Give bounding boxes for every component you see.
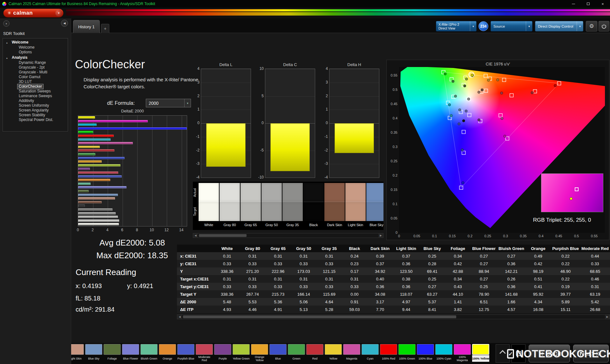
patch-swatch [122, 344, 139, 355]
table-cell: 0.17 [342, 267, 367, 275]
target-marker [499, 114, 502, 117]
patch-button-100-red[interactable]: 100% Red [380, 344, 397, 363]
sidebar-item-3d-lut[interactable]: 3D LUT [17, 79, 33, 84]
table-cell: 0.31 [580, 283, 610, 290]
sidebar-item-screen-stability[interactable]: Screen Stability [17, 113, 46, 118]
sidebar-home-button[interactable]: ● [3, 20, 10, 27]
settings-button[interactable]: ⚙ [586, 21, 597, 31]
patch-button-100-green[interactable]: 100% Green [398, 344, 416, 363]
tree-group-welcome[interactable]: ▴Welcome [3, 39, 68, 45]
patch-button-yellow[interactable]: Yellow [325, 344, 342, 363]
patch-button-light-skin[interactable]: Light Skin [71, 344, 84, 363]
swatch-dark-skin: Dark Skin [324, 183, 345, 228]
table-cell: 0.33 [265, 283, 291, 290]
patch-button-purplish-blue[interactable]: Purplish Blue [177, 344, 194, 363]
chevron-down-icon[interactable]: ▾ [577, 21, 583, 31]
patch-button-green[interactable]: Green [288, 344, 305, 363]
source-dropdown[interactable]: Source ▾ [491, 21, 532, 31]
table-cell: 4.64 [316, 298, 342, 306]
chevron-down-icon[interactable]: ▾ [526, 21, 532, 31]
patch-button-100-magenta[interactable]: 100% Magenta [454, 344, 471, 363]
table-cell: 118.07 [393, 290, 419, 298]
patch-button-100-yellow[interactable]: 100% Yellow [472, 344, 489, 363]
swatch-actual [366, 183, 383, 202]
patch-button-blue-flower[interactable]: Blue Flower [122, 344, 139, 363]
row-label: Y [177, 267, 214, 275]
sidebar-item-screen-uniformity[interactable]: Screen Uniformity [17, 103, 50, 108]
tab-history-1[interactable]: History 1 [73, 20, 100, 33]
add-tab-button[interactable]: + [101, 24, 109, 33]
scroll-right-icon[interactable]: ▶ [378, 233, 383, 238]
table-cell: 0.40 [367, 275, 393, 283]
patch-button-blue[interactable]: Blue [269, 344, 287, 363]
scrollbar-thumb[interactable] [183, 315, 456, 318]
swatch-target [220, 202, 240, 221]
chevron-down-icon[interactable]: ▾ [470, 21, 476, 31]
sidebar-item-screen-angularity[interactable]: Screen Angularity [17, 108, 50, 113]
expand-strip-button[interactable] [496, 344, 510, 363]
table-row-target-y-cie31: Target y:CIE310.330.330.330.330.330.330.… [177, 283, 610, 290]
sidebar-item-grayscale-2pt[interactable]: Grayscale - 2pt [17, 65, 46, 70]
scroll-right-icon[interactable]: ▶ [605, 315, 610, 319]
table-cell: 5.06 [291, 298, 316, 306]
patch-button-moderate-red[interactable]: Moderate Red [196, 344, 213, 363]
sidebar-item-grayscale-multi[interactable]: Grayscale - Multi [17, 70, 49, 75]
sidebar-item-welcome[interactable]: Welcome [17, 45, 36, 50]
table-cell: 63.27 [419, 290, 445, 298]
swatch-target [324, 202, 345, 221]
patch-button-blue-sky[interactable]: Blue Sky [85, 344, 102, 363]
meter-dropdown[interactable]: X-Rite i1Pro 2 Direct View ▾ [436, 21, 477, 31]
patch-button-cyan[interactable]: Cyan [362, 344, 379, 363]
row-label: ΔE 2000 [177, 298, 214, 306]
power-button[interactable] [599, 21, 609, 31]
sidebar-item-additivity[interactable]: Additivity [17, 98, 35, 103]
x-axis-tick-label: 8 [134, 228, 139, 232]
next-button[interactable]: Next » [573, 345, 609, 362]
sidebar-item-spectral-power-dist[interactable]: Spectral Power Dist. [17, 118, 55, 122]
sidebar-item-luminance-sweeps[interactable]: Luminance Sweeps [17, 94, 53, 98]
patch-label: Light Skin [71, 355, 84, 362]
avg-de2000-value: Avg dE2000: 5.08 [75, 238, 189, 248]
sidebar-collapse-button[interactable]: ◀ [61, 20, 68, 27]
sidebar-item-options[interactable]: Options [17, 50, 33, 55]
tree-group-analysis[interactable]: ▴Analysis [3, 55, 68, 60]
scroll-left-icon[interactable]: ◀ [193, 233, 198, 238]
target-marker [510, 94, 513, 97]
measurement-marker [462, 119, 465, 122]
display-control-dropdown[interactable]: Direct Display Control ▾ [535, 21, 583, 31]
calman-menu-button[interactable]: ✳ calman ▾ [3, 9, 64, 17]
patch-button-100-cyan[interactable]: 100% Cyan [435, 344, 452, 363]
patch-button-yellow-green[interactable]: Yellow Green [233, 344, 250, 363]
swatch-actual [199, 183, 219, 202]
sidebar-item-color-gamut[interactable]: Color Gamut [17, 75, 42, 79]
patch-button-100-blue[interactable]: 100% Blue [417, 344, 434, 363]
patch-button-orange-yellow[interactable]: Orange Yellow [251, 344, 268, 363]
pattern-window-button[interactable] [512, 344, 525, 363]
table-scrollbar[interactable]: ◀ ▶ [177, 314, 610, 319]
patch-button-foliage[interactable]: Foliage [104, 344, 121, 363]
minimize-button[interactable] [566, 0, 581, 8]
maximize-button[interactable] [581, 0, 595, 8]
current-reading-x: x: 0.4193 [76, 282, 102, 290]
calman-menu-arrow-icon[interactable]: ▾ [55, 10, 62, 17]
scroll-left-icon[interactable]: ◀ [177, 315, 182, 319]
swatch-target [261, 202, 282, 221]
sidebar-item-colorchecker[interactable]: ColorChecker [17, 84, 43, 89]
patch-button-orange[interactable]: Orange [159, 344, 176, 363]
patch-button-red[interactable]: Red [306, 344, 323, 363]
sidebar-item-saturation-sweeps[interactable]: Saturation Sweeps [17, 89, 52, 94]
de-formula-dropdown[interactable]: 2000 ▾ [146, 99, 191, 107]
scrollbar-thumb[interactable] [199, 234, 247, 237]
sidebar-item-dynamic-range[interactable]: Dynamic Range [17, 60, 47, 65]
tab-bar: History 1 + X-Rite i1Pro 2 Direct View ▾… [71, 18, 610, 33]
table-cell: 0.27 [419, 283, 445, 290]
table-cell: 59.03 [342, 306, 367, 313]
close-button[interactable]: × [595, 0, 610, 8]
patch-button-bluish-green[interactable]: Bluish Green [140, 344, 158, 363]
back-button[interactable]: « Back [529, 345, 570, 362]
chevron-down-icon[interactable]: ▾ [184, 99, 191, 107]
swatch-scrollbar[interactable]: ◀ ▶ [193, 233, 383, 238]
patch-label: 100% Blue [417, 355, 434, 362]
patch-button-magenta[interactable]: Magenta [343, 344, 360, 363]
patch-button-purple[interactable]: Purple [214, 344, 231, 363]
